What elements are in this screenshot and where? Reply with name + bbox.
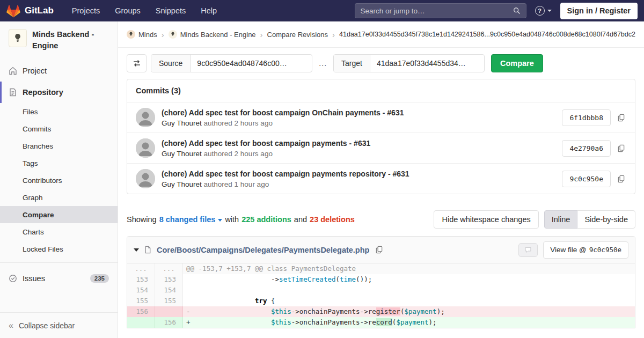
nav-link-groups[interactable]: Groups [115, 6, 141, 15]
sidebar-subitem-tags[interactable]: Tags [0, 155, 118, 172]
compare-button[interactable]: Compare [491, 54, 543, 72]
sign-in-button[interactable]: Sign in / Register [560, 3, 638, 19]
old-line-number[interactable]: ... [127, 263, 155, 274]
commit-author[interactable]: Guy Thouret [162, 150, 202, 158]
target-label[interactable]: Target [334, 55, 370, 72]
diff-code [183, 285, 635, 296]
sidebar-item-label: Project [23, 67, 47, 75]
sidebar-item-issues[interactable]: Issues 235 [0, 268, 118, 289]
search-input[interactable] [361, 7, 513, 15]
diff-code: ->setTimeCreated(time()); [183, 274, 635, 285]
new-line-number[interactable] [155, 306, 183, 317]
changed-files-label: 8 changed files [159, 215, 216, 224]
breadcrumb-project-label: Minds Backend - Engine [180, 31, 256, 39]
code-token: time [340, 275, 356, 283]
sidebar-item-repository[interactable]: Repository [0, 82, 118, 103]
code-token [191, 297, 255, 305]
diff-view-toggle: Inline Side-by-side [544, 210, 635, 229]
commit-author-avatar[interactable] [136, 108, 155, 127]
breadcrumb: Minds › Minds Backend - Engine › Compare… [118, 21, 644, 48]
commit-author[interactable]: Guy Thouret [162, 119, 202, 127]
and-label: and [294, 215, 307, 224]
diff-file-actions: View file @ 9c0c950e [518, 241, 628, 259]
view-file-button[interactable]: View file @ 9c0c950e [543, 241, 628, 259]
search-icon[interactable] [513, 7, 521, 14]
gitlab-logo[interactable]: GitLab [6, 4, 54, 18]
commit-meta: Guy Thouret authored 1 hour ago [162, 180, 562, 188]
commit-title[interactable]: (chore) Add spec test for boost campaign… [162, 170, 562, 178]
search-box[interactable] [355, 3, 526, 18]
diff-table: ......@@ -153,7 +153,7 @@ class Payments… [127, 263, 635, 328]
code-token: $payment [396, 318, 428, 326]
copy-sha-button[interactable] [616, 113, 626, 123]
breadcrumb-project[interactable]: Minds Backend - Engine [169, 30, 256, 39]
sidebar-subitem-graph[interactable]: Graph [0, 189, 118, 206]
collapse-sidebar-button[interactable]: « Collapse sidebar [0, 312, 118, 338]
with-label: with [225, 215, 239, 224]
source-input[interactable] [191, 59, 312, 68]
sidebar-divider [0, 262, 118, 263]
new-line-number[interactable]: 155 [155, 296, 183, 306]
changed-files-dropdown[interactable]: 8 changed files [159, 215, 223, 224]
copy-path-button[interactable] [374, 245, 384, 255]
sidebar-subitem-contributors[interactable]: Contributors [0, 172, 118, 189]
commit-sha[interactable]: 4e2790a6 [562, 140, 611, 157]
commit-author-avatar[interactable] [136, 138, 155, 158]
old-line-number[interactable] [127, 317, 155, 328]
sidebar-subitem-commits[interactable]: Commits [0, 120, 118, 137]
code-token: -> [191, 275, 280, 283]
sidebar-item-project[interactable]: Project [0, 60, 118, 82]
code-token: ->onchainPayments->re [291, 318, 376, 326]
side-by-side-view-button[interactable]: Side-by-side [577, 210, 635, 229]
breadcrumb-separator: › [260, 30, 263, 39]
old-line-number[interactable]: 154 [127, 285, 155, 296]
sidebar-item-label: Repository [23, 88, 63, 97]
commit-sha[interactable]: 9c0c950e [562, 171, 611, 187]
new-line-number[interactable]: 156 [155, 317, 183, 328]
old-line-number[interactable]: 153 [127, 274, 155, 285]
compare-form: Source ... Target Compare [127, 54, 635, 72]
sidebar-subitem-files[interactable]: Files [0, 103, 118, 120]
new-line-number[interactable]: 154 [155, 285, 183, 296]
old-line-number[interactable]: 155 [127, 296, 155, 306]
sidebar-subitem-locked-files[interactable]: Locked Files [0, 240, 118, 258]
tanuki-icon [6, 4, 20, 18]
commits-panel: Commits (3) (chore) Add spec test for bo… [127, 79, 635, 194]
collapse-diff-icon[interactable] [134, 248, 139, 252]
help-menu[interactable]: ? [535, 6, 552, 16]
toggle-comments-button[interactable] [518, 243, 538, 257]
file-icon [144, 246, 152, 254]
nav-link-snippets[interactable]: Snippets [156, 6, 186, 15]
commit-author[interactable]: Guy Thouret [162, 180, 202, 188]
diff-sign: + [186, 318, 191, 326]
code-token: ()); [356, 275, 372, 283]
breadcrumb-section[interactable]: Compare Revisions [267, 31, 328, 39]
commit-actions: 4e2790a6 [562, 140, 626, 157]
source-label[interactable]: Source [151, 55, 191, 72]
commit-author-avatar[interactable] [136, 169, 155, 188]
nav-link-help[interactable]: Help [201, 6, 217, 15]
sidebar-subitem-charts[interactable]: Charts [0, 223, 118, 240]
commit-title[interactable]: (chore) Add spec test for boost campaign… [162, 108, 562, 117]
bulb-icon [13, 33, 23, 43]
breadcrumb-group[interactable]: Minds [127, 30, 157, 39]
copy-sha-button[interactable] [616, 174, 626, 184]
diff-line-context: 154154 [127, 285, 635, 296]
repository-submenu: FilesCommitsBranchesTagsContributorsGrap… [0, 103, 118, 258]
diff-file-path[interactable]: Core/Boost/Campaigns/Delegates/PaymentsD… [157, 246, 369, 254]
old-line-number[interactable]: 156 [127, 306, 155, 317]
inline-view-button[interactable]: Inline [544, 210, 578, 229]
copy-sha-button[interactable] [616, 143, 626, 153]
commit-sha[interactable]: 6f1dbbb8 [562, 109, 611, 126]
commit-title[interactable]: (chore) Add spec test for boost campaign… [162, 139, 562, 148]
sidebar-subitem-branches[interactable]: Branches [0, 137, 118, 155]
new-line-number[interactable]: 153 [155, 274, 183, 285]
swap-revisions-button[interactable] [127, 54, 147, 72]
sidebar-subitem-compare[interactable]: Compare [0, 206, 118, 223]
new-line-number[interactable]: ... [155, 263, 183, 274]
hide-whitespace-button[interactable]: Hide whitespace changes [434, 210, 538, 229]
repository-icon [9, 88, 17, 97]
target-input[interactable] [370, 59, 484, 68]
nav-link-projects[interactable]: Projects [72, 6, 100, 15]
project-context-header[interactable]: Minds Backend - Engine [0, 21, 118, 58]
